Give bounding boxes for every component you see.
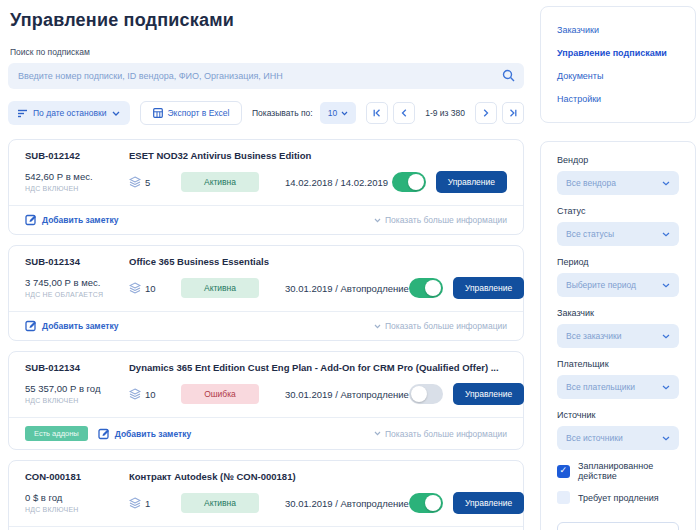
add-note-label: Добавить заметку xyxy=(42,215,118,225)
status-badge: Активна xyxy=(181,493,259,513)
autorenew-toggle[interactable] xyxy=(392,172,426,192)
filter-group: ВендорВсе вендора xyxy=(557,155,679,195)
chevron-down-icon xyxy=(662,334,670,339)
filter-select-2[interactable]: Выберите период xyxy=(557,273,679,297)
filter-label: Плательщик xyxy=(557,359,679,369)
last-page-button[interactable] xyxy=(502,102,524,124)
status-badge: Ошибка xyxy=(181,384,259,404)
subscription-id: SUB-012142 xyxy=(25,150,129,161)
note-pencil-icon xyxy=(25,214,37,226)
search-input[interactable] xyxy=(8,63,524,89)
sidebar-nav-link-1[interactable]: Управление подписками xyxy=(557,48,679,58)
search-label: Поиск по подпискам xyxy=(10,47,524,57)
filter-label: Период xyxy=(557,257,679,267)
manage-button[interactable]: Управление xyxy=(453,383,524,405)
chevron-down-icon xyxy=(374,218,381,223)
subscription-card: SUB-012134 55 357,00 Р в год НДС включен… xyxy=(8,351,524,450)
subscription-price: 55 357,00 Р в год xyxy=(25,383,129,394)
layers-icon xyxy=(129,282,141,294)
excel-table-icon xyxy=(153,108,163,118)
toggle-knob xyxy=(408,174,424,190)
quantity: 10 xyxy=(129,282,181,294)
export-excel-button[interactable]: Экспорт в Excel xyxy=(140,101,243,125)
more-info-label: Показать больше информации xyxy=(385,321,507,331)
addons-badge: Есть аддоны xyxy=(25,426,88,441)
sidebar-nav-link-2[interactable]: Документы xyxy=(557,71,679,81)
add-note-link[interactable]: Добавить заметку xyxy=(98,428,191,440)
manage-button[interactable]: Управление xyxy=(436,171,507,193)
filter-select-0[interactable]: Все вендора xyxy=(557,171,679,195)
vat-note: НДС не облагается xyxy=(25,291,129,298)
filter-label: Источник xyxy=(557,410,679,420)
more-info-link[interactable]: Показать больше информации xyxy=(374,215,507,225)
page: Управление подписками Поиск по подпискам… xyxy=(0,0,700,530)
subscription-card: SUB-012134 3 745,00 Р в мес. НДС не обла… xyxy=(8,245,524,341)
toggle-knob xyxy=(425,495,441,511)
toolbar: По дате остановки Экспорт в Excel Показы… xyxy=(8,101,524,125)
chevron-down-icon xyxy=(374,431,381,436)
checkbox-row-0[interactable]: Запланированное действие xyxy=(557,461,679,481)
filter-label: Статус xyxy=(557,206,679,216)
search-icon[interactable] xyxy=(502,69,515,82)
layers-icon xyxy=(129,497,141,509)
clear-filter-button[interactable]: Очистить фильтр xyxy=(557,522,679,530)
more-info-link[interactable]: Показать больше информации xyxy=(374,321,507,331)
sort-by-date-button[interactable]: По дате остановки xyxy=(8,101,130,125)
vat-note: НДС включен xyxy=(25,506,129,513)
more-info-link[interactable]: Показать больше информации xyxy=(374,429,507,439)
page-range: 1-9 из 380 xyxy=(425,108,465,118)
quantity-value: 1 xyxy=(145,498,150,509)
chevron-down-icon xyxy=(662,385,670,390)
sidebar-nav-link-3[interactable]: Настройки xyxy=(557,94,679,104)
quantity-value: 10 xyxy=(145,283,156,294)
subscription-price: 542,60 Р в мес. xyxy=(25,171,129,182)
status-badge: Активна xyxy=(181,278,259,298)
prev-page-button[interactable] xyxy=(393,102,415,124)
subscription-list: SUB-012142 542,60 Р в мес. НДС включен E… xyxy=(8,139,524,530)
filter-select-4[interactable]: Все плательщики xyxy=(557,375,679,399)
quantity-value: 10 xyxy=(145,389,156,400)
product-name: ESET NOD32 Antivirus Business Edition xyxy=(129,150,507,161)
filter-value: Все заказчики xyxy=(566,331,621,341)
checkbox-label: Запланированное действие xyxy=(578,461,679,481)
status-badge: Активна xyxy=(181,172,259,192)
page-title: Управление подписками xyxy=(10,10,524,31)
autorenew-toggle[interactable] xyxy=(409,384,443,404)
filter-group: СтатусВсе статусы xyxy=(557,206,679,246)
checkbox[interactable] xyxy=(557,491,570,504)
sort-button-label: По дате остановки xyxy=(33,108,107,118)
first-page-button[interactable] xyxy=(366,102,388,124)
checkbox-row-1[interactable]: Требует продления xyxy=(557,491,679,504)
filter-value: Все вендора xyxy=(566,178,616,188)
per-page-select[interactable]: 10 xyxy=(320,102,356,124)
next-page-button[interactable] xyxy=(475,102,497,124)
filter-label: Заказчик xyxy=(557,308,679,318)
add-note-link[interactable]: Добавить заметку xyxy=(25,214,118,226)
add-note-label: Добавить заметку xyxy=(42,321,118,331)
product-name: Office 365 Business Essentials xyxy=(129,256,507,267)
manage-button[interactable]: Управление xyxy=(453,277,524,299)
autorenew-toggle[interactable] xyxy=(409,493,443,513)
quantity: 5 xyxy=(129,176,181,188)
filter-select-1[interactable]: Все статусы xyxy=(557,222,679,246)
show-per-label: Показывать по: xyxy=(252,108,313,118)
quantity: 1 xyxy=(129,497,181,509)
filter-select-5[interactable]: Все источники xyxy=(557,426,679,450)
subscription-dates: 30.01.2019 / Автопродление xyxy=(285,498,409,509)
chevron-down-icon xyxy=(341,111,348,116)
filter-select-3[interactable]: Все заказчики xyxy=(557,324,679,348)
sidebar-nav-link-0[interactable]: Заказчики xyxy=(557,25,679,35)
subscription-price: 0 $ в год xyxy=(25,492,129,503)
checkbox[interactable] xyxy=(557,465,570,478)
autorenew-toggle[interactable] xyxy=(409,278,443,298)
subscription-id: CON-000181 xyxy=(25,471,129,482)
subscription-price: 3 745,00 Р в мес. xyxy=(25,277,129,288)
vat-note: НДС включен xyxy=(25,397,129,404)
filter-group: ЗаказчикВсе заказчики xyxy=(557,308,679,348)
chevron-down-icon xyxy=(662,232,670,237)
manage-button[interactable]: Управление xyxy=(453,492,524,514)
product-name: Dynamics 365 Ent Edition Cust Eng Plan -… xyxy=(129,362,507,373)
export-button-label: Экспорт в Excel xyxy=(168,108,230,118)
toggle-knob xyxy=(425,280,441,296)
add-note-link[interactable]: Добавить заметку xyxy=(25,320,118,332)
